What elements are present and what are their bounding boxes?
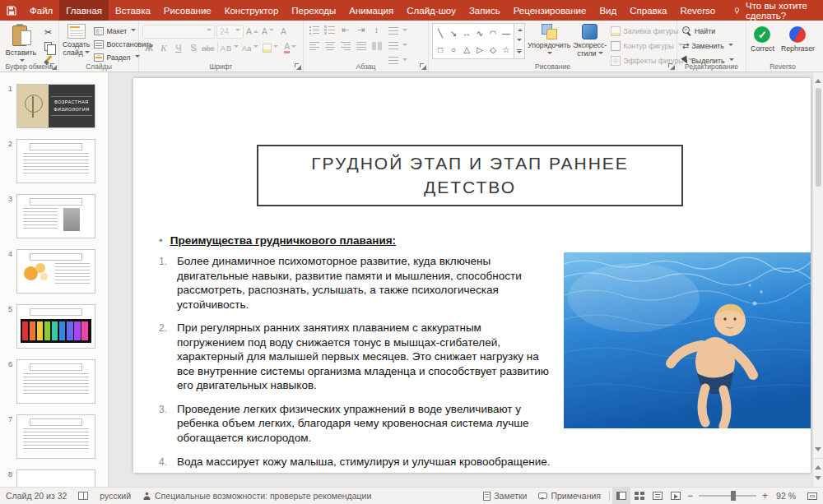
slide-thumbnail-3[interactable]: 3 bbox=[0, 194, 108, 238]
thumbnail-preview[interactable]: ВОЗРАСТНАЯ ФИЗИОЛОГИЯ bbox=[16, 84, 95, 128]
tab-file[interactable]: Файл bbox=[23, 0, 59, 21]
slideshow-view-button[interactable] bbox=[667, 488, 685, 504]
comments-button[interactable]: Примечания bbox=[532, 488, 607, 504]
thumbnail-preview[interactable] bbox=[16, 194, 95, 238]
columns-button[interactable] bbox=[370, 39, 384, 53]
numbering-button[interactable] bbox=[323, 23, 337, 36]
double-arrow-shape-icon[interactable]: ↔ bbox=[463, 29, 471, 38]
slide-title-placeholder[interactable]: ГРУДНОЙ ЭТАП И ЭТАП РАННЕЕ ДЕТСТВО bbox=[257, 145, 683, 206]
shape-gallery[interactable]: ╲ ↘ ↔ ∿ ◠ — □ ○ △ ▷ ◇ ☆ bbox=[432, 23, 514, 59]
strikethrough-button[interactable]: abc bbox=[202, 41, 215, 54]
character-spacing-button[interactable]: АВ bbox=[221, 41, 239, 54]
thumbnail-preview[interactable] bbox=[16, 359, 95, 404]
paste-button[interactable]: Вставить bbox=[3, 23, 39, 65]
tab-animations[interactable]: Анимация bbox=[342, 0, 400, 21]
reverso-correct-button[interactable]: ✓ Correct bbox=[751, 25, 774, 53]
slide-sorter-view-button[interactable] bbox=[630, 488, 649, 504]
slide-body-placeholder[interactable]: • Преимущества грудничкового плавания: 1… bbox=[159, 234, 562, 478]
tab-slideshow[interactable]: Слайд-шоу bbox=[400, 0, 463, 21]
shapes-scroll-up-button[interactable] bbox=[518, 26, 523, 31]
highlight-color-button[interactable] bbox=[261, 41, 280, 54]
accessibility-status[interactable]: Специальные возможности: проверьте реком… bbox=[137, 488, 377, 504]
bold-button[interactable]: Ж bbox=[142, 41, 156, 54]
thumbnail-preview[interactable] bbox=[16, 304, 95, 349]
baby-swimming-image[interactable] bbox=[564, 252, 811, 428]
thumbnail-preview[interactable] bbox=[16, 414, 95, 459]
zoom-slider[interactable] bbox=[699, 495, 756, 497]
arc-shape-icon[interactable]: ◠ bbox=[490, 29, 497, 38]
zoom-out-button[interactable]: − bbox=[685, 488, 695, 504]
tab-insert[interactable]: Вставка bbox=[109, 0, 157, 21]
tab-view[interactable]: Вид bbox=[593, 0, 623, 21]
spellcheck-button[interactable] bbox=[72, 488, 94, 504]
slide-indicator[interactable]: Слайд 20 из 32 bbox=[0, 488, 72, 504]
vertical-scrollbar[interactable] bbox=[812, 72, 823, 487]
line-spacing-button[interactable]: ↕ bbox=[370, 23, 384, 36]
italic-button[interactable]: К bbox=[157, 41, 170, 54]
bullets-button[interactable] bbox=[307, 23, 321, 36]
justify-button[interactable] bbox=[354, 39, 368, 53]
drawing-dialog-launcher[interactable] bbox=[668, 63, 675, 70]
increase-font-size-button[interactable]: А bbox=[245, 25, 259, 38]
scroll-up-arrow[interactable] bbox=[815, 76, 821, 83]
line-shape-icon[interactable]: ╲ bbox=[438, 29, 443, 38]
align-text-button[interactable] bbox=[387, 39, 409, 52]
quick-styles-button[interactable]: Экспресс-стили bbox=[573, 23, 607, 58]
decrease-indent-button[interactable]: ⇤ bbox=[338, 23, 352, 36]
slide-thumbnail-panel[interactable]: 1 ВОЗРАСТНАЯ ФИЗИОЛОГИЯ 2 3 4 5 6 7 bbox=[0, 72, 109, 487]
change-case-button[interactable]: Аа bbox=[240, 41, 259, 54]
thumbnail-preview[interactable] bbox=[16, 469, 95, 487]
shapes-more-button[interactable] bbox=[517, 49, 522, 56]
rectangle-shape-icon[interactable]: □ bbox=[438, 45, 443, 54]
arrow-shape-icon[interactable]: ↘ bbox=[450, 29, 457, 38]
paragraph-dialog-launcher[interactable] bbox=[420, 63, 426, 70]
slide-thumbnail-6[interactable]: 6 bbox=[0, 359, 108, 404]
copy-button[interactable] bbox=[41, 39, 55, 53]
new-slide-button[interactable]: Создать слайд bbox=[63, 23, 90, 57]
thumbnail-preview[interactable] bbox=[16, 249, 95, 294]
find-button[interactable]: Найти bbox=[681, 25, 742, 37]
clipboard-dialog-launcher[interactable] bbox=[50, 63, 57, 70]
diamond-shape-icon[interactable]: ◇ bbox=[490, 45, 496, 54]
tell-me-search[interactable]: Что вы хотите сделать? bbox=[733, 0, 823, 21]
tab-design[interactable]: Конструктор bbox=[218, 0, 286, 21]
font-size-select[interactable]: 24 bbox=[216, 25, 244, 39]
align-left-button[interactable] bbox=[307, 39, 321, 53]
replace-button[interactable]: ⇄Заменить bbox=[681, 39, 742, 52]
notes-button[interactable]: Заметки bbox=[477, 488, 532, 504]
slide-thumbnail-7[interactable]: 7 bbox=[0, 414, 108, 459]
arrange-button[interactable]: Упорядочить bbox=[528, 23, 570, 58]
zoom-slider-handle[interactable] bbox=[731, 491, 736, 501]
slide-thumbnail-4[interactable]: 4 bbox=[0, 249, 108, 294]
scrollbar-thumb[interactable] bbox=[816, 88, 821, 187]
quick-access-save-button[interactable] bbox=[0, 0, 23, 21]
clear-formatting-button[interactable]: А bbox=[277, 25, 291, 38]
slide-thumbnail-2[interactable]: 2 bbox=[0, 139, 108, 183]
fit-to-window-button[interactable] bbox=[802, 488, 823, 504]
align-center-button[interactable] bbox=[323, 39, 337, 53]
reverso-rephraser-button[interactable]: Rephraser bbox=[781, 25, 815, 53]
tab-transitions[interactable]: Переходы bbox=[285, 0, 342, 21]
language-indicator[interactable]: русский bbox=[94, 488, 137, 504]
zoom-level[interactable]: 92 % bbox=[770, 488, 802, 504]
slide-thumbnail-1[interactable]: 1 ВОЗРАСТНАЯ ФИЗИОЛОГИЯ bbox=[0, 84, 108, 128]
next-slide-button[interactable] bbox=[815, 476, 821, 483]
thumbnail-preview[interactable] bbox=[16, 139, 95, 183]
font-dialog-launcher[interactable] bbox=[295, 63, 301, 70]
text-shadow-button[interactable]: S bbox=[187, 41, 200, 54]
scroll-down-arrow[interactable] bbox=[815, 447, 821, 455]
previous-slide-button[interactable] bbox=[815, 462, 821, 469]
triangle-shape-icon[interactable]: △ bbox=[463, 45, 470, 54]
align-right-button[interactable] bbox=[338, 39, 352, 53]
right-triangle-shape-icon[interactable]: ▷ bbox=[477, 45, 483, 54]
slide-thumbnail-8[interactable]: 8 bbox=[0, 469, 108, 487]
straight-line-shape-icon[interactable]: — bbox=[502, 29, 510, 38]
normal-view-button[interactable] bbox=[612, 488, 630, 504]
tab-help[interactable]: Справка bbox=[623, 0, 673, 21]
increase-indent-button[interactable]: ⇥ bbox=[354, 23, 368, 36]
text-direction-button[interactable] bbox=[387, 25, 409, 37]
ellipse-shape-icon[interactable]: ○ bbox=[451, 45, 456, 54]
tab-draw[interactable]: Рисование bbox=[157, 0, 218, 21]
tab-review[interactable]: Рецензирование bbox=[507, 0, 593, 21]
slide-thumbnail-5[interactable]: 5 bbox=[0, 304, 108, 349]
